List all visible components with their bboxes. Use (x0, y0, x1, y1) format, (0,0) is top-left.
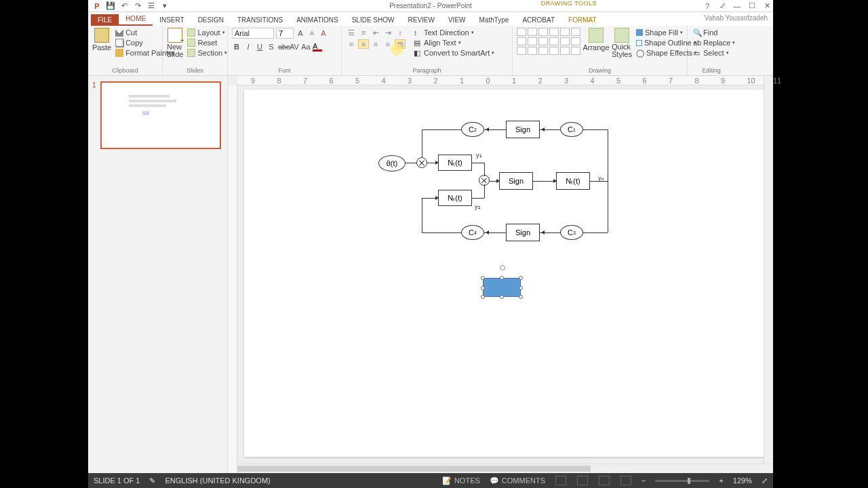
zoom-in-button[interactable]: + (719, 476, 723, 485)
tab-acrobat[interactable]: ACROBAT (515, 14, 561, 26)
minimize-icon[interactable]: — (732, 1, 742, 11)
align-text-button[interactable]: ▤Align Text▾ (412, 38, 496, 47)
resize-handle[interactable] (481, 295, 485, 299)
resize-handle[interactable] (519, 295, 523, 299)
horizontal-scrollbar[interactable] (237, 464, 773, 473)
selected-shape[interactable] (483, 278, 521, 297)
tab-format[interactable]: FORMAT (561, 14, 603, 26)
font-size-combo[interactable]: 7 (276, 28, 294, 39)
save-icon[interactable]: 💾 (106, 1, 115, 11)
grow-font-icon[interactable]: A (296, 29, 305, 37)
select-button[interactable]: ▭Select▾ (692, 48, 736, 58)
section-button[interactable]: Section▾ (186, 48, 229, 58)
new-slide-button[interactable]: New Slide (167, 28, 183, 58)
tab-view[interactable]: VIEW (441, 14, 473, 26)
node-sign-mid[interactable]: Sign (499, 172, 533, 190)
node-n-out[interactable]: Nₜ(t) (556, 172, 590, 190)
redo-icon[interactable]: ↷ (133, 1, 142, 11)
layout-button[interactable]: Layout▾ (186, 28, 229, 37)
sorter-view-button[interactable] (577, 476, 588, 485)
tab-mathtype[interactable]: MathType (473, 14, 516, 26)
qat-more-icon[interactable]: ▾ (160, 1, 170, 11)
tab-file[interactable]: FILE (91, 14, 119, 26)
smartart-button[interactable]: ◧Convert to SmartArt▾ (412, 48, 496, 58)
node-c1[interactable]: C1 (560, 122, 583, 137)
spellcheck-icon[interactable]: ✎ (149, 476, 155, 485)
resize-handle[interactable] (519, 286, 523, 290)
resize-handle[interactable] (500, 276, 504, 280)
slideshow-view-button[interactable] (620, 476, 631, 485)
font-name-combo[interactable]: Arial (232, 28, 274, 39)
shrink-font-icon[interactable]: A (307, 30, 317, 37)
resize-handle[interactable] (481, 286, 485, 290)
align-right-button[interactable]: ≡ (370, 39, 381, 49)
notes-button[interactable]: 📝 NOTES (442, 476, 480, 485)
bold-button[interactable]: B (232, 43, 241, 51)
tab-design[interactable]: DESIGN (191, 14, 231, 26)
comments-button[interactable]: 💬 COMMENTS (490, 476, 545, 485)
ribbon-collapse-icon[interactable]: ⤢ (717, 1, 727, 11)
horizontal-ruler[interactable]: 98765432101234567891011 (237, 76, 773, 85)
node-c3[interactable]: C3 (560, 225, 583, 240)
slide[interactable]: C2 Sign C1 θ(t) Nₜ(t) y₁ Sign Nₜ(t) yₙ N… (244, 89, 766, 457)
vertical-ruler[interactable] (228, 85, 237, 473)
numbering-button[interactable]: ≡ (358, 28, 369, 37)
paste-button[interactable]: Paste (92, 28, 111, 52)
align-left-button[interactable]: ≡ (346, 39, 357, 49)
tab-insert[interactable]: INSERT (153, 14, 191, 26)
fit-to-window-button[interactable]: ⤢ (762, 476, 768, 485)
sum-left[interactable] (416, 157, 427, 168)
resize-handle[interactable] (500, 295, 504, 299)
resize-handle[interactable] (519, 276, 523, 280)
tab-slideshow[interactable]: SLIDE SHOW (345, 14, 401, 26)
columns-button[interactable]: ▥ (395, 39, 406, 49)
normal-view-button[interactable] (555, 476, 566, 485)
signed-in-user[interactable]: Vahab Youssofzadeh (705, 14, 768, 22)
rotation-handle-icon[interactable] (500, 265, 505, 270)
thumbnail-preview[interactable] (100, 81, 221, 149)
zoom-level[interactable]: 129% (733, 476, 752, 485)
tab-home[interactable]: HOME (119, 13, 153, 26)
shapes-gallery[interactable] (517, 28, 580, 55)
justify-button[interactable]: ≡ (382, 39, 393, 49)
find-button[interactable]: 🔍Find (692, 28, 736, 37)
node-c2[interactable]: C2 (461, 122, 484, 137)
node-sign-top[interactable]: Sign (506, 121, 540, 138)
tab-transitions[interactable]: TRANSITIONS (231, 14, 290, 26)
node-c4[interactable]: C4 (461, 225, 484, 240)
indent-inc-button[interactable]: ⇥ (382, 28, 393, 37)
clear-formatting-icon[interactable]: A (319, 29, 328, 37)
scroll-thumb[interactable] (237, 466, 591, 472)
node-sign-bot[interactable]: Sign (506, 224, 540, 241)
align-center-button[interactable]: ≡ (358, 39, 369, 49)
change-case-button[interactable]: Aa (301, 43, 311, 51)
vertical-scrollbar[interactable] (764, 76, 773, 464)
underline-button[interactable]: U (255, 43, 264, 51)
zoom-out-button[interactable]: − (642, 476, 646, 485)
slide-counter[interactable]: SLIDE 1 OF 1 (94, 476, 140, 485)
italic-button[interactable]: I (243, 43, 253, 51)
help-icon[interactable]: ? (703, 1, 712, 11)
bullets-button[interactable]: ☰ (346, 28, 357, 37)
resize-handle[interactable] (481, 276, 485, 280)
reading-view-button[interactable] (599, 476, 610, 485)
zoom-knob[interactable] (688, 478, 690, 484)
replace-button[interactable]: abReplace▾ (692, 38, 736, 47)
reset-button[interactable]: Reset (186, 38, 229, 47)
quick-styles-button[interactable]: Quick Styles (612, 28, 632, 58)
text-direction-button[interactable]: ↕Text Direction▾ (412, 28, 496, 37)
slide-thumbnail-pane[interactable]: 1 (88, 76, 228, 473)
tab-animations[interactable]: ANIMATIONS (290, 14, 344, 26)
line-spacing-button[interactable]: ↕ (395, 28, 406, 37)
zoom-slider[interactable] (655, 480, 709, 482)
close-icon[interactable]: ✕ (762, 1, 772, 11)
slide-thumbnail[interactable]: 1 (94, 81, 222, 149)
maximize-icon[interactable]: ☐ (747, 1, 757, 11)
indent-dec-button[interactable]: ⇤ (370, 28, 381, 37)
node-input[interactable]: θ(t) (378, 155, 406, 171)
tab-review[interactable]: REVIEW (401, 14, 441, 26)
char-spacing-button[interactable]: AV (290, 43, 299, 51)
strike-button[interactable]: abc (278, 43, 288, 51)
font-color-button[interactable]: A (313, 42, 322, 52)
language-indicator[interactable]: ENGLISH (UNITED KINGDOM) (165, 476, 270, 485)
